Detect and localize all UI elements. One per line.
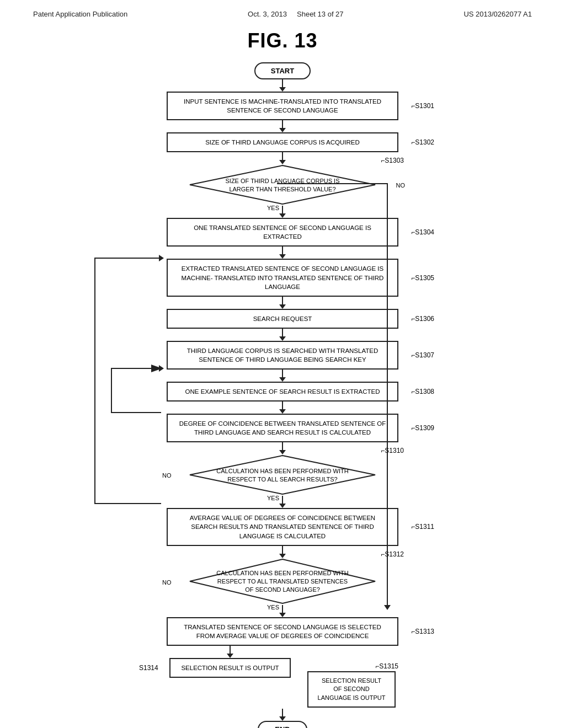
s1303-no-label: NO [396,182,406,189]
s1307-label: ⌐S1307 [411,351,434,359]
s1301-label: ⌐S1301 [411,102,434,110]
yes-arrow-s1310: YES [279,496,286,508]
end-oval: END [258,721,307,728]
arrow-end [279,709,286,721]
arrow-6 [279,329,286,341]
s1305-node: EXTRACTED TRANSLATED SENTENCE OF SECOND … [167,259,398,296]
arrow-1 [279,79,286,92]
s1312-no-label: NO [162,579,172,586]
s1303-yes-label: YES [267,205,279,211]
header-right: US 2013/0262077 A1 [463,10,532,18]
s1314-col: S1314 SELECTION RESULT IS OUTPUT [169,646,291,678]
s1313-box: TRANSLATED SENTENCE OF SECOND LANGUAGE I… [167,617,398,646]
header-center: Oct. 3, 2013 Sheet 13 of 27 [248,10,343,18]
s1305-label: ⌐S1305 [411,274,434,282]
s1306-node: SEARCH REQUEST ⌐S1306 [167,309,398,329]
header-sheet: Sheet 13 of 27 [297,10,344,18]
s1314-box: SELECTION RESULT IS OUTPUT [169,658,291,678]
s1301-node: INPUT SENTENCE IS MACHINE-TRANSLATED INT… [167,92,398,120]
s1309-label: ⌐S1309 [411,424,434,432]
s1302-node: SIZE OF THIRD LANGUAGE CORPUS IS ACQUIRE… [167,132,398,152]
header-date: Oct. 3, 2013 [248,10,287,18]
diagram-container: FIG. 13 START IN [0,24,565,728]
s1314-s1315-row: S1314 SELECTION RESULT IS OUTPUT ⌐S1315 … [117,646,448,708]
s1309-box: DEGREE OF COINCIDENCE BETWEEN TRANSLATED… [167,414,398,442]
s1315-col: ⌐S1315 SELECTION RESULT OF SECOND LANGUA… [307,662,396,708]
s1301-box: INPUT SENTENCE IS MACHINE-TRANSLATED INT… [167,92,398,120]
s1303-label: ⌐S1303 [381,157,404,164]
s1305-box: EXTRACTED TRANSLATED SENTENCE OF SECOND … [167,259,398,296]
s1304-box: ONE TRANSLATED SENTENCE OF SECOND LANGUA… [167,218,398,247]
yes-arrow-s1303: YES [279,206,286,218]
arrow-5 [279,297,286,309]
s1310-yes-label: YES [267,495,279,501]
s1308-node: ONE EXAMPLE SENTENCE OF SEARCH RESULT IS… [167,382,398,402]
s1303-diamond: SIZE OF THIRD LANGUAGE CORPUS IS LARGER … [189,164,376,206]
yes-arrow-s1312: YES [279,605,286,617]
flowchart: START INPUT SENTENCE IS MACHINE-TRANSLAT… [67,62,498,728]
s1311-label: ⌐S1311 [411,523,434,531]
arrow-10 [279,546,286,558]
s1302-label: ⌐S1302 [411,138,434,146]
s1310-label: ⌐S1310 [381,447,404,454]
end-node: END [258,721,307,728]
s1309-node: DEGREE OF COINCIDENCE BETWEEN TRANSLATED… [167,414,398,442]
s1312-node: ⌐S1312 CALCULATION HAS BEEN PERFORMED WI… [145,558,420,605]
s1311-box: AVERAGE VALUE OF DEGREES OF COINCIDENCE … [167,508,398,545]
s1303-node: ⌐S1303 SIZE OF THIRD LANGUAGE CORPUS IS … [145,164,420,206]
s1307-box: THIRD LANGUAGE CORPUS IS SEARCHED WITH T… [167,341,398,370]
s1308-label: ⌐S1308 [411,388,434,395]
start-node: START [254,62,311,79]
s1315-label: ⌐S1315 [375,662,398,670]
s1312-diamond: CALCULATION HAS BEEN PERFORMED WITH RESP… [189,558,376,605]
s1314-node: S1314 SELECTION RESULT IS OUTPUT [169,658,291,678]
s1310-diamond: CALCULATION HAS BEEN PERFORMED WITH RESP… [189,454,376,496]
arrow-7 [279,370,286,382]
s1310-node: ⌐S1310 CALCULATION HAS BEEN PERFORMED WI… [145,454,420,496]
header-left: Patent Application Publication [33,10,127,18]
s1306-label: ⌐S1306 [411,315,434,323]
s1308-box: ONE EXAMPLE SENTENCE OF SEARCH RESULT IS… [167,382,398,402]
s1314-label: S1314 [139,664,158,672]
s1304-node: ONE TRANSLATED SENTENCE OF SECOND LANGUA… [167,218,398,247]
main-flow: START INPUT SENTENCE IS MACHINE-TRANSLAT… [145,62,420,728]
figure-title: FIG. 13 [247,29,317,52]
s1303-text: SIZE OF THIRD LANGUAGE CORPUS IS LARGER … [189,177,376,194]
arrow-2 [279,120,286,132]
s1312-text: CALCULATION HAS BEEN PERFORMED WITH RESP… [189,569,376,594]
arrow-3 [279,152,286,164]
s1313-node: TRANSLATED SENTENCE OF SECOND LANGUAGE I… [167,617,398,646]
s1307-node: THIRD LANGUAGE CORPUS IS SEARCHED WITH T… [167,341,398,370]
s1311-node: AVERAGE VALUE OF DEGREES OF COINCIDENCE … [167,508,398,545]
page-header: Patent Application Publication Oct. 3, 2… [0,0,565,24]
s1306-box: SEARCH REQUEST [167,309,398,329]
arrow-4 [279,247,286,259]
s1310-text: CALCULATION HAS BEEN PERFORMED WITH RESP… [189,467,376,484]
s1310-no-label: NO [162,472,172,479]
start-oval: START [254,62,311,79]
arrow-9 [279,442,286,454]
s1315-box: SELECTION RESULT OF SECOND LANGUAGE IS O… [307,671,396,708]
s1312-yes-label: YES [267,604,279,611]
s1302-box: SIZE OF THIRD LANGUAGE CORPUS IS ACQUIRE… [167,132,398,152]
s1313-label: ⌐S1313 [411,628,434,635]
s1304-label: ⌐S1304 [411,228,434,236]
s1312-label: ⌐S1312 [381,550,404,558]
arrow-8 [279,402,286,414]
